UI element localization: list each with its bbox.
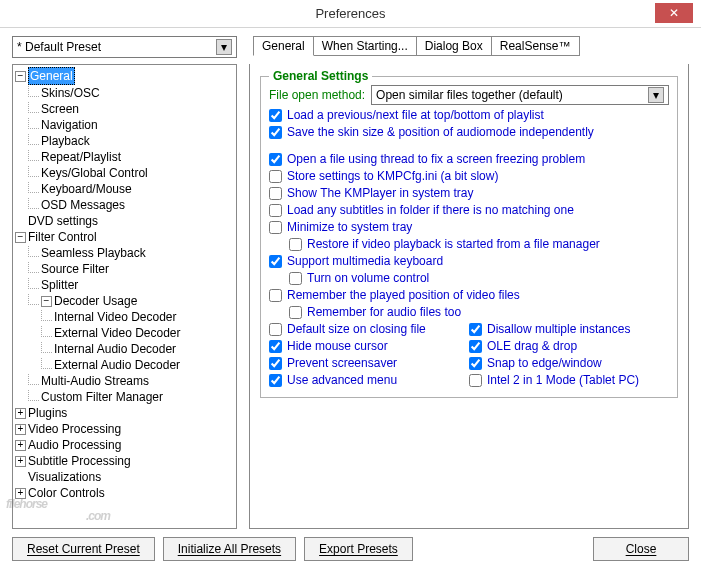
tree-item[interactable]: Internal Audio Decoder <box>41 341 234 357</box>
tree-item[interactable]: Source Filter <box>28 261 234 277</box>
cb-minimize-tray[interactable]: Minimize to system tray <box>269 219 669 236</box>
tree-item-plugins[interactable]: + Plugins <box>15 405 234 421</box>
reset-preset-button[interactable]: Reset Current Preset <box>12 537 155 561</box>
checkbox[interactable] <box>469 374 482 387</box>
checkbox[interactable] <box>269 374 282 387</box>
checkbox[interactable] <box>269 340 282 353</box>
tree-item-general[interactable]: − General <box>15 67 234 85</box>
expand-icon[interactable]: + <box>15 424 26 435</box>
cb-ole-drag[interactable]: OLE drag & drop <box>469 338 669 355</box>
cb-label: Remember for audio files too <box>307 304 461 321</box>
tree-item[interactable]: Repeat/Playlist <box>28 149 234 165</box>
bottom-button-row: Reset Current Preset Initialize All Pres… <box>12 537 689 561</box>
cb-remember-audio[interactable]: Remember for audio files too <box>289 304 669 321</box>
tree-item-filter-control[interactable]: − Filter Control <box>15 229 234 245</box>
cb-show-tray[interactable]: Show The KMPlayer in system tray <box>269 185 669 202</box>
tree-item[interactable]: Keys/Global Control <box>28 165 234 181</box>
tree-item[interactable]: Custom Filter Manager <box>28 389 234 405</box>
tree-item[interactable]: External Video Decoder <box>41 325 234 341</box>
checkbox[interactable] <box>269 153 282 166</box>
tree-item[interactable]: Skins/OSC <box>28 85 234 101</box>
tree-item-visualizations[interactable]: Visualizations <box>15 469 234 485</box>
checkbox[interactable] <box>269 323 282 336</box>
cb-snap-edge[interactable]: Snap to edge/window <box>469 355 669 372</box>
cb-load-subtitles[interactable]: Load any subtitles in folder if there is… <box>269 202 669 219</box>
tab-when-starting[interactable]: When Starting... <box>313 36 417 56</box>
cb-advanced-menu[interactable]: Use advanced menu <box>269 372 469 389</box>
tab-dialog-box[interactable]: Dialog Box <box>416 36 492 56</box>
collapse-icon[interactable]: − <box>15 71 26 82</box>
tree-item[interactable]: Navigation <box>28 117 234 133</box>
window-close-button[interactable]: ✕ <box>655 3 693 23</box>
cb-disallow-multiple[interactable]: Disallow multiple instances <box>469 321 669 338</box>
tab-general[interactable]: General <box>253 36 314 56</box>
checkbox[interactable] <box>289 272 302 285</box>
tree-item[interactable]: Splitter <box>28 277 234 293</box>
tree-item-subtitle-processing[interactable]: + Subtitle Processing <box>15 453 234 469</box>
expand-icon[interactable]: + <box>15 408 26 419</box>
tree-item[interactable]: Playback <box>28 133 234 149</box>
main-area: − General Skins/OSCScreenNavigationPlayb… <box>12 64 689 529</box>
tree-item[interactable]: OSD Messages <box>28 197 234 213</box>
cb-save-skin-size[interactable]: Save the skin size & position of audiomo… <box>269 124 669 141</box>
tree-item[interactable]: External Audio Decoder <box>41 357 234 373</box>
checkbox[interactable] <box>269 109 282 122</box>
tree-item[interactable]: Keyboard/Mouse <box>28 181 234 197</box>
cb-load-prev-next[interactable]: Load a previous/next file at top/bottom … <box>269 107 669 124</box>
expand-icon[interactable]: + <box>15 488 26 499</box>
file-open-method-select[interactable]: Open similar files together (default) ▾ <box>371 85 669 105</box>
tree-item[interactable]: Internal Video Decoder <box>41 309 234 325</box>
tree-item[interactable]: Multi-Audio Streams <box>28 373 234 389</box>
cb-default-size[interactable]: Default size on closing file <box>269 321 469 338</box>
collapse-icon[interactable]: − <box>41 296 52 307</box>
checkbox[interactable] <box>269 187 282 200</box>
checkbox[interactable] <box>289 238 302 251</box>
tree-label: Seamless Playback <box>41 245 146 261</box>
cb-label: OLE drag & drop <box>487 338 577 355</box>
cb-remember-position[interactable]: Remember the played position of video fi… <box>269 287 669 304</box>
chevron-down-icon: ▾ <box>216 39 232 55</box>
expand-icon[interactable]: + <box>15 456 26 467</box>
checkbox[interactable] <box>269 170 282 183</box>
cb-hide-cursor[interactable]: Hide mouse cursor <box>269 338 469 355</box>
initialize-presets-button[interactable]: Initialize All Presets <box>163 537 296 561</box>
preset-select[interactable]: * Default Preset ▾ <box>12 36 237 58</box>
cb-label: Support multimedia keyboard <box>287 253 443 270</box>
cb-multimedia-keyboard[interactable]: Support multimedia keyboard <box>269 253 669 270</box>
tree-label: External Audio Decoder <box>54 357 180 373</box>
checkbox[interactable] <box>269 357 282 370</box>
checkbox[interactable] <box>269 289 282 302</box>
cb-label: Intel 2 in 1 Mode (Tablet PC) <box>487 372 639 389</box>
tree-label: External Video Decoder <box>54 325 181 341</box>
checkbox[interactable] <box>269 204 282 217</box>
tree-item[interactable]: Seamless Playback <box>28 245 234 261</box>
tree-item-audio-processing[interactable]: + Audio Processing <box>15 437 234 453</box>
tree-item-dvd[interactable]: DVD settings <box>15 213 234 229</box>
tree-panel[interactable]: − General Skins/OSCScreenNavigationPlayb… <box>12 64 237 529</box>
cb-restore-playback[interactable]: Restore if video playback is started fro… <box>289 236 669 253</box>
tree-item-decoder-usage[interactable]: −Decoder Usage <box>28 293 234 309</box>
checkbox[interactable] <box>469 340 482 353</box>
checkbox[interactable] <box>269 255 282 268</box>
tab-realsense[interactable]: RealSense™ <box>491 36 580 56</box>
cb-open-thread[interactable]: Open a file using thread to fix a screen… <box>269 151 669 168</box>
collapse-icon[interactable]: − <box>15 232 26 243</box>
cb-tablet-mode[interactable]: Intel 2 in 1 Mode (Tablet PC) <box>469 372 669 389</box>
file-open-method-label: File open method: <box>269 88 365 102</box>
tree-item-color-controls[interactable]: + Color Controls <box>15 485 234 501</box>
cb-volume-control[interactable]: Turn on volume control <box>289 270 669 287</box>
close-button[interactable]: Close <box>593 537 689 561</box>
expand-icon[interactable]: + <box>15 440 26 451</box>
checkbox[interactable] <box>469 323 482 336</box>
checkbox[interactable] <box>269 126 282 139</box>
cb-prevent-screensaver[interactable]: Prevent screensaver <box>269 355 469 372</box>
tree-item-video-processing[interactable]: + Video Processing <box>15 421 234 437</box>
export-presets-button[interactable]: Export Presets <box>304 537 413 561</box>
checkbox[interactable] <box>469 357 482 370</box>
cb-label: Default size on closing file <box>287 321 426 338</box>
checkbox[interactable] <box>289 306 302 319</box>
cb-label: Disallow multiple instances <box>487 321 630 338</box>
cb-store-ini[interactable]: Store settings to KMPCfg.ini (a bit slow… <box>269 168 669 185</box>
tree-item[interactable]: Screen <box>28 101 234 117</box>
checkbox[interactable] <box>269 221 282 234</box>
